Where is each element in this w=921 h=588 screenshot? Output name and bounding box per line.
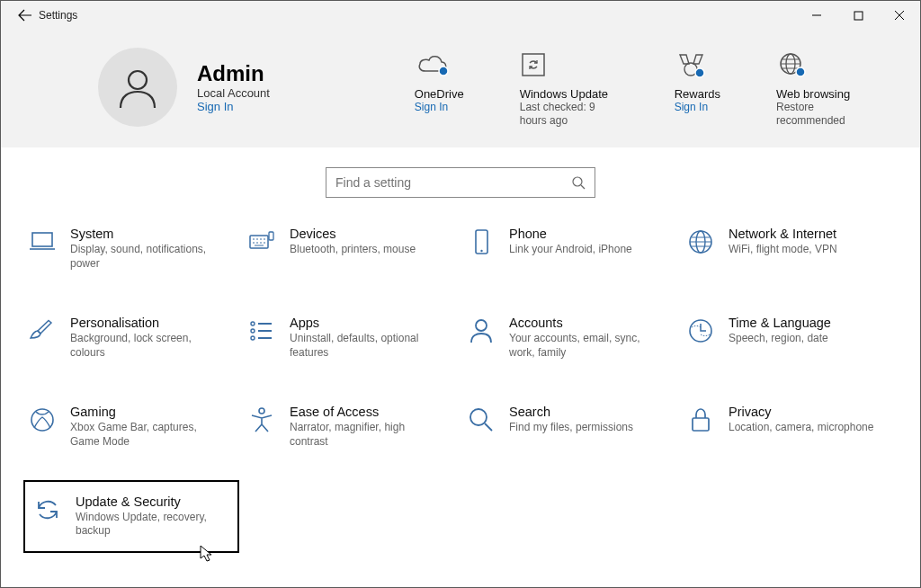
search-icon: [571, 175, 586, 190]
category-sub: Xbox Game Bar, captures, Game Mode: [70, 421, 223, 449]
globe-icon: [687, 228, 714, 255]
keyboard-icon: [248, 230, 275, 254]
lock-icon: [688, 406, 713, 433]
svg-point-19: [251, 336, 255, 340]
laptop-icon: [29, 230, 56, 254]
category-title: Privacy: [729, 405, 873, 419]
category-title: Accounts: [509, 316, 662, 330]
back-arrow-icon: [18, 8, 32, 22]
person-icon: [469, 317, 494, 344]
user-signin-link[interactable]: Sign In: [197, 100, 270, 113]
category-sub: Uninstall, defaults, optional features: [290, 332, 443, 360]
category-gaming[interactable]: GamingXbox Game Bar, captures, Game Mode: [23, 401, 239, 452]
tile-title: OneDrive: [415, 87, 464, 101]
svg-point-1: [129, 71, 147, 89]
tile-link[interactable]: Sign In: [415, 101, 448, 113]
accessibility-icon: [248, 406, 275, 433]
tile-sub: Last checked: 9 hours ago: [520, 101, 619, 128]
svg-point-18: [251, 329, 255, 333]
close-button[interactable]: [879, 1, 920, 30]
category-sub: WiFi, flight mode, VPN: [729, 243, 837, 257]
category-time-language[interactable]: Time & LanguageSpeech, region, date: [682, 312, 898, 363]
tile-onedrive[interactable]: OneDrive Sign In: [415, 46, 464, 128]
category-phone[interactable]: PhoneLink your Android, iPhone: [462, 223, 678, 274]
tile-windows-update[interactable]: Windows Update Last checked: 9 hours ago: [520, 46, 619, 128]
category-title: Apps: [290, 316, 443, 330]
category-title: Ease of Access: [290, 405, 443, 419]
svg-point-8: [796, 67, 805, 76]
category-title: Update & Security: [76, 494, 228, 509]
svg-rect-25: [693, 418, 709, 431]
svg-point-17: [251, 322, 255, 325]
svg-rect-12: [269, 232, 273, 240]
tile-sub: Restore recommended: [776, 101, 875, 128]
category-title: Devices: [290, 227, 416, 241]
user-block: Admin Local Account Sign In: [197, 61, 270, 113]
category-sub: Your accounts, email, sync, work, family: [509, 332, 662, 360]
svg-point-24: [470, 409, 487, 425]
account-banner: Admin Local Account Sign In OneDrive Sig…: [1, 30, 920, 147]
tile-link[interactable]: Sign In: [675, 101, 708, 113]
category-sub: Link your Android, iPhone: [509, 243, 632, 257]
search-box[interactable]: [326, 167, 595, 198]
svg-rect-10: [32, 233, 52, 246]
category-system[interactable]: SystemDisplay, sound, notifications, pow…: [23, 223, 239, 274]
svg-rect-3: [523, 54, 544, 76]
category-sub: Narrator, magnifier, high contrast: [290, 421, 443, 449]
svg-point-2: [439, 67, 448, 76]
category-title: Phone: [509, 227, 632, 241]
window-controls: [796, 1, 920, 30]
category-privacy[interactable]: PrivacyLocation, camera, microphone: [682, 401, 898, 452]
category-ease-of-access[interactable]: Ease of AccessNarrator, magnifier, high …: [243, 401, 459, 452]
category-title: Time & Language: [729, 316, 831, 330]
category-personalisation[interactable]: PersonalisationBackground, lock screen, …: [23, 312, 239, 363]
clock-globe-icon: [687, 317, 714, 344]
search-area: [1, 147, 920, 223]
category-sub: Background, lock screen, colours: [70, 332, 223, 360]
category-network[interactable]: Network & InternetWiFi, flight mode, VPN: [682, 223, 898, 274]
titlebar: Settings: [1, 1, 920, 30]
category-accounts[interactable]: AccountsYour accounts, email, sync, work…: [462, 312, 678, 363]
category-devices[interactable]: DevicesBluetooth, printers, mouse: [243, 223, 459, 274]
svg-point-23: [259, 408, 264, 414]
user-name: Admin: [197, 61, 270, 86]
category-sub: Windows Update, recovery, backup: [76, 511, 228, 539]
category-search[interactable]: SearchFind my files, permissions: [462, 401, 678, 452]
category-update-security[interactable]: Update & SecurityWindows Update, recover…: [23, 480, 239, 553]
category-apps[interactable]: AppsUninstall, defaults, optional featur…: [243, 312, 459, 363]
category-sub: Find my files, permissions: [509, 421, 633, 435]
svg-point-14: [480, 250, 482, 252]
phone-icon: [471, 228, 491, 255]
category-title: Gaming: [70, 405, 223, 419]
globe-icon: [776, 51, 809, 80]
window-title: Settings: [39, 9, 77, 22]
category-title: Network & Internet: [729, 227, 837, 241]
category-title: Personalisation: [70, 316, 223, 330]
category-sub: Speech, region, date: [729, 332, 831, 346]
paintbrush-icon: [29, 317, 56, 344]
status-tiles: OneDrive Sign In Windows Update Last che…: [415, 46, 875, 128]
category-sub: Display, sound, notifications, power: [70, 243, 223, 271]
minimize-button[interactable]: [796, 1, 837, 30]
user-avatar[interactable]: [98, 48, 177, 127]
svg-rect-0: [854, 12, 863, 20]
maximize-button[interactable]: [837, 1, 879, 30]
tile-title: Rewards: [675, 87, 720, 101]
sync-square-icon: [520, 51, 550, 80]
tile-web-browsing[interactable]: Web browsing Restore recommended: [776, 46, 875, 128]
xbox-icon: [29, 406, 56, 433]
user-subtitle: Local Account: [197, 86, 270, 100]
svg-point-5: [695, 68, 704, 77]
tile-title: Windows Update: [520, 87, 608, 101]
tile-rewards[interactable]: Rewards Sign In: [675, 46, 720, 128]
svg-point-9: [573, 177, 582, 186]
search-input[interactable]: [335, 175, 571, 190]
svg-point-20: [476, 320, 487, 331]
sync-icon: [34, 496, 61, 523]
search-icon: [468, 406, 495, 433]
list-icon: [248, 319, 275, 343]
category-sub: Bluetooth, printers, mouse: [290, 243, 416, 257]
category-title: Search: [509, 405, 633, 419]
medal-icon: [675, 51, 709, 80]
back-button[interactable]: [12, 8, 39, 22]
